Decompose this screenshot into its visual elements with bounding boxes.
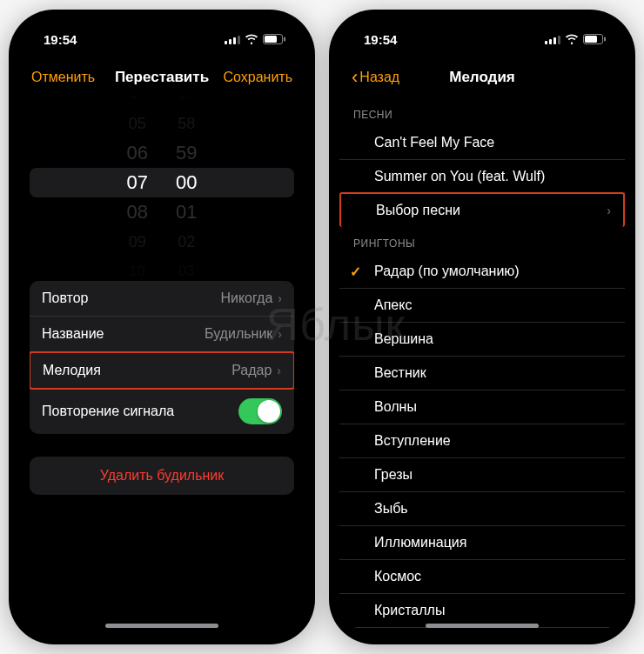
ringtone-item[interactable]: Космос (339, 560, 625, 594)
svg-rect-1 (229, 39, 231, 44)
time-picker[interactable]: 04 05 06 07 08 09 10 57 58 59 00 01 (30, 100, 294, 265)
svg-rect-0 (225, 41, 227, 44)
pick-song-label: Выбор песни (376, 203, 460, 218)
svg-rect-13 (604, 37, 606, 42)
repeat-row[interactable]: Повтор Никогда› (30, 281, 294, 317)
chevron-left-icon: ‹ (352, 66, 358, 89)
chevron-right-icon: › (278, 291, 282, 305)
home-indicator[interactable] (426, 624, 539, 628)
delete-alarm-button[interactable]: Удалить будильник (30, 457, 294, 495)
sound-label: Мелодия (43, 363, 101, 378)
ringtone-item[interactable]: Вестник (339, 357, 625, 390)
check-icon: ✓ (350, 264, 361, 280)
svg-rect-5 (265, 36, 277, 43)
alarm-settings-group: Повтор Никогда› Название Будильник› Мело… (30, 281, 294, 434)
svg-rect-6 (284, 37, 285, 42)
sound-value: Радар (231, 363, 272, 378)
chevron-right-icon: › (278, 327, 282, 341)
battery-icon (263, 34, 285, 44)
notch (413, 20, 552, 43)
sound-row[interactable]: Мелодия Радар› (30, 351, 294, 390)
song-item[interactable]: Can't Feel My Face (339, 126, 625, 160)
nav-bar: ‹ Назад Мелодия (339, 58, 625, 97)
home-indicator[interactable] (105, 624, 218, 628)
phone-frame-left: 19:54 Отменить Переставить Сохранить 04 … (9, 10, 315, 644)
status-time: 19:54 (44, 32, 77, 47)
status-time: 19:54 (364, 32, 397, 47)
minute-column[interactable]: 57 58 59 00 01 02 03 (176, 97, 197, 286)
svg-rect-9 (553, 37, 556, 44)
svg-rect-10 (558, 36, 560, 44)
screen-left: 19:54 Отменить Переставить Сохранить 04 … (19, 20, 305, 634)
svg-rect-8 (549, 39, 552, 44)
status-icons (225, 34, 285, 44)
ringtone-item[interactable]: ✓Радар (по умолчанию) (339, 255, 625, 289)
song-item[interactable]: Summer on You (feat. Wulf) (339, 160, 625, 194)
songs-group: Can't Feel My Face Summer on You (feat. … (339, 126, 625, 227)
svg-rect-7 (545, 41, 547, 44)
back-button[interactable]: ‹ Назад (352, 66, 399, 89)
save-button[interactable]: Сохранить (223, 70, 292, 85)
back-label: Назад (359, 70, 399, 85)
ringtone-item[interactable]: Иллюминация (339, 526, 625, 560)
cancel-button[interactable]: Отменить (31, 70, 95, 85)
ringtone-item[interactable]: Вершина (339, 323, 625, 357)
ringtone-item[interactable]: Вступление (339, 424, 625, 458)
wifi-icon (565, 34, 579, 44)
svg-rect-2 (233, 37, 236, 44)
snooze-toggle[interactable] (238, 398, 282, 424)
name-row[interactable]: Название Будильник› (30, 317, 294, 352)
nav-bar: Отменить Переставить Сохранить (19, 58, 305, 97)
hour-column[interactable]: 04 05 06 07 08 09 10 (127, 97, 148, 286)
pick-song-row[interactable]: Выбор песни › (339, 192, 625, 227)
ringtone-item[interactable]: Маяк (339, 628, 625, 634)
ringtones-section-header: РИНГТОНЫ (339, 225, 625, 255)
ringtones-group: ✓Радар (по умолчанию) Апекс Вершина Вест… (339, 255, 625, 634)
phone-frame-right: 19:54 ‹ Назад Мелодия ПЕСНИ Can't Feel M… (329, 10, 635, 644)
wifi-icon (245, 34, 258, 44)
repeat-value: Никогда (220, 290, 272, 306)
content-area: ПЕСНИ Can't Feel My Face Summer on You (… (339, 97, 625, 634)
notch (92, 20, 231, 43)
svg-rect-12 (585, 36, 597, 43)
battery-icon (583, 34, 606, 44)
status-icons (545, 34, 606, 44)
svg-rect-3 (238, 36, 240, 44)
ringtone-item[interactable]: Грезы (339, 458, 625, 492)
repeat-label: Повтор (42, 290, 89, 306)
name-value: Будильник (205, 326, 272, 342)
ringtone-item[interactable]: Волны (339, 390, 625, 424)
snooze-label: Повторение сигнала (42, 404, 174, 419)
songs-section-header: ПЕСНИ (339, 97, 625, 126)
ringtone-item[interactable]: Зыбь (339, 492, 625, 526)
content-area: 04 05 06 07 08 09 10 57 58 59 00 01 (19, 97, 305, 634)
ringtone-item[interactable]: Апекс (339, 289, 625, 323)
snooze-row: Повторение сигнала (30, 389, 294, 434)
chevron-right-icon: › (277, 364, 281, 377)
chevron-right-icon: › (607, 204, 611, 217)
screen-right: 19:54 ‹ Назад Мелодия ПЕСНИ Can't Feel M… (339, 20, 625, 634)
name-label: Название (42, 326, 104, 342)
